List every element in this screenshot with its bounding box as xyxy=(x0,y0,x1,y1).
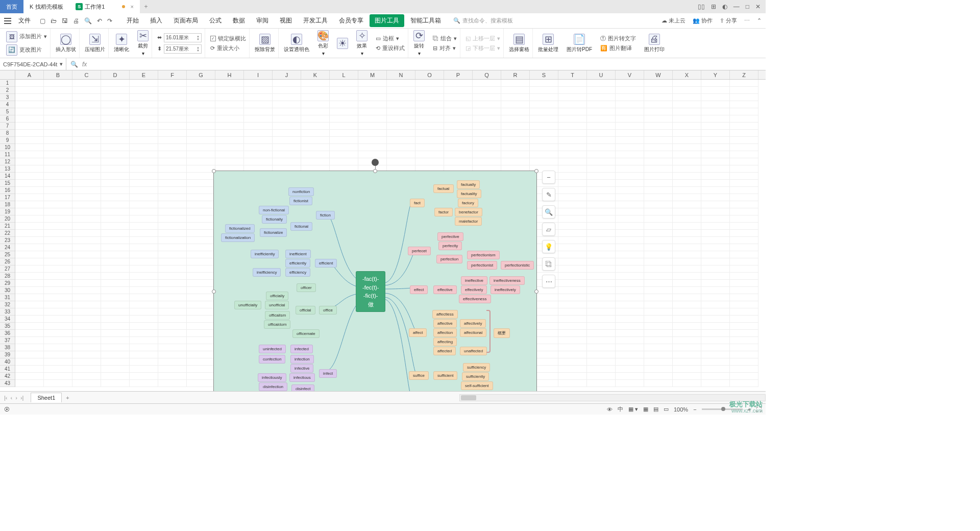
change-image-button[interactable]: 🔄更改图片 xyxy=(6,44,47,56)
spreadsheet-grid[interactable]: ABCDEFGHIJKLMNOPQRSTUVWXYZ 1234567891011… xyxy=(0,70,766,391)
sharpen-button[interactable]: ✦清晰化 xyxy=(114,34,129,53)
layout1-icon[interactable]: ▯▯ xyxy=(698,3,705,10)
sheet-last-icon[interactable]: ›| xyxy=(20,395,24,401)
row-header[interactable]: 32 xyxy=(0,301,15,308)
more-icon[interactable]: ⋯ xyxy=(744,17,750,24)
col-header[interactable]: C xyxy=(72,70,101,79)
sheet-tab[interactable]: Sheet1 xyxy=(31,393,62,402)
close-button[interactable]: ✕ xyxy=(755,3,761,10)
row-header[interactable]: 40 xyxy=(0,358,15,366)
translate-button[interactable]: 🈶图片翻译 xyxy=(600,44,636,52)
remove-bg-button[interactable]: ▨抠除背景 xyxy=(255,34,275,53)
to-pdf-button[interactable]: 📄图片转PDF xyxy=(567,34,592,53)
col-header[interactable]: F xyxy=(158,70,187,79)
row-header[interactable]: 13 xyxy=(0,165,15,173)
row-header[interactable]: 5 xyxy=(0,108,15,115)
sheet-next-icon[interactable]: › xyxy=(15,395,17,401)
align-button[interactable]: ⊟对齐 ▾ xyxy=(433,44,457,52)
minimize-button[interactable]: — xyxy=(733,3,740,10)
row-header[interactable]: 11 xyxy=(0,151,15,158)
float-crop-icon[interactable]: ▱ xyxy=(542,223,555,236)
row-header[interactable]: 26 xyxy=(0,258,15,266)
tab-devtools[interactable]: 开发工具 xyxy=(298,14,333,27)
row-header[interactable]: 21 xyxy=(0,223,15,230)
tab-templates[interactable]: K 找稻壳模板 xyxy=(23,0,69,13)
reset-size-button[interactable]: ⟳重设大小 xyxy=(210,44,246,52)
tab-start[interactable]: 开始 xyxy=(121,14,144,27)
row-header[interactable]: 18 xyxy=(0,201,15,208)
file-menu[interactable]: 文件 xyxy=(14,15,35,26)
send-backward-button[interactable]: ◲下移一层 ▾ xyxy=(465,44,500,52)
embedded-image[interactable]: -fac(t)--fec(t)--fic(t)-做 fiction nonfic… xyxy=(213,171,537,391)
row-header[interactable]: 1 xyxy=(0,80,15,87)
row-header[interactable]: 41 xyxy=(0,366,15,373)
rotate-button[interactable]: ⟳旋转▾ xyxy=(413,30,425,56)
horizontal-scrollbar[interactable] xyxy=(459,394,766,401)
row-header[interactable]: 38 xyxy=(0,344,15,351)
row-header[interactable]: 19 xyxy=(0,208,15,215)
row-header[interactable]: 6 xyxy=(0,115,15,123)
col-header[interactable]: N xyxy=(387,70,415,79)
scroll-thumb[interactable] xyxy=(461,395,476,400)
col-header[interactable]: E xyxy=(130,70,158,79)
row-header[interactable]: 20 xyxy=(0,215,15,223)
row-header[interactable]: 25 xyxy=(0,251,15,258)
col-header[interactable]: A xyxy=(15,70,44,79)
row-header[interactable]: 2 xyxy=(0,87,15,94)
maximize-button[interactable]: □ xyxy=(746,3,749,10)
col-header[interactable]: G xyxy=(187,70,215,79)
float-copy-icon[interactable]: ⿻ xyxy=(542,257,555,271)
insert-shape-button[interactable]: ◯插入形状 xyxy=(56,34,76,53)
float-collapse-icon[interactable]: − xyxy=(542,171,555,184)
row-header[interactable]: 7 xyxy=(0,123,15,130)
row-header[interactable]: 27 xyxy=(0,266,15,273)
col-header[interactable]: V xyxy=(616,70,644,79)
compress-button[interactable]: ⇲压缩图片 xyxy=(85,34,105,53)
transparency-button[interactable]: ◐设置透明色 xyxy=(284,34,309,53)
tab-data[interactable]: 数据 xyxy=(228,14,250,27)
row-header[interactable]: 28 xyxy=(0,273,15,280)
row-header[interactable]: 17 xyxy=(0,194,15,201)
row-header[interactable]: 16 xyxy=(0,187,15,194)
undo-icon[interactable]: ↶ xyxy=(97,17,102,25)
collab-button[interactable]: 👥 协作 xyxy=(693,17,713,25)
record-icon[interactable]: ⦿ xyxy=(4,406,10,413)
view-page-icon[interactable]: ▤ xyxy=(653,406,658,413)
tab-insert[interactable]: 插入 xyxy=(145,14,167,27)
col-header[interactable]: S xyxy=(530,70,558,79)
row-header[interactable]: 35 xyxy=(0,323,15,330)
col-header[interactable]: H xyxy=(215,70,244,79)
height-input[interactable]: 21.57厘米▲▼ xyxy=(164,44,202,54)
eye-icon[interactable]: 👁 xyxy=(607,406,612,413)
select-all-corner[interactable] xyxy=(0,70,15,79)
row-header[interactable]: 22 xyxy=(0,230,15,237)
col-header[interactable]: L xyxy=(330,70,358,79)
zoom-level[interactable]: 100% xyxy=(674,406,688,413)
col-header[interactable]: X xyxy=(673,70,701,79)
hamburger-icon[interactable] xyxy=(4,18,11,24)
crop-button[interactable]: ✂裁剪▾ xyxy=(137,30,149,56)
row-header[interactable]: 23 xyxy=(0,237,15,244)
preview-icon[interactable]: 🔍 xyxy=(84,17,92,25)
tab-view[interactable]: 视图 xyxy=(275,14,297,27)
col-header[interactable]: D xyxy=(101,70,130,79)
col-header[interactable]: O xyxy=(415,70,444,79)
tab-review[interactable]: 审阅 xyxy=(251,14,274,27)
row-header[interactable]: 24 xyxy=(0,244,15,251)
row-header[interactable]: 29 xyxy=(0,280,15,287)
zoom-thumb[interactable] xyxy=(721,407,725,411)
col-header[interactable]: T xyxy=(558,70,587,79)
save-icon[interactable]: 🖫 xyxy=(62,17,68,25)
row-header[interactable]: 30 xyxy=(0,287,15,294)
row-header[interactable]: 43 xyxy=(0,380,15,387)
col-header[interactable]: Y xyxy=(701,70,730,79)
row-header[interactable]: 9 xyxy=(0,137,15,144)
bring-forward-button[interactable]: ◱上移一层 ▾ xyxy=(465,35,500,42)
row-header[interactable]: 39 xyxy=(0,351,15,358)
view-reader-icon[interactable]: ▭ xyxy=(664,406,669,413)
col-header[interactable]: B xyxy=(44,70,72,79)
share-button[interactable]: ⇪ 分享 xyxy=(720,17,737,25)
row-header[interactable]: 15 xyxy=(0,180,15,187)
col-header[interactable]: R xyxy=(501,70,530,79)
color-button[interactable]: 🎨色彩▾ xyxy=(317,30,329,56)
